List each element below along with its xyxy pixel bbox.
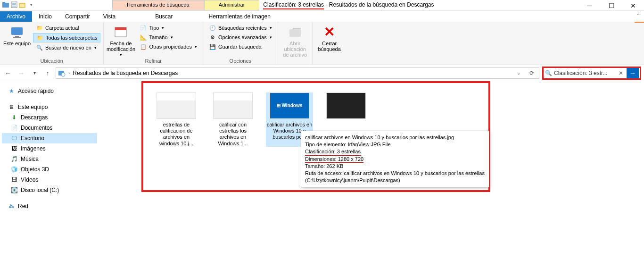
clear-search-icon[interactable]: ✕ — [617, 70, 625, 76]
file-item[interactable]: calificar con estrellas los archivos en … — [209, 92, 256, 147]
calendar-icon — [113, 25, 128, 40]
thumbnail: ⊞ Windows — [270, 92, 309, 119]
tooltip-type: Tipo de elemento: IrfanView JPG File — [305, 141, 485, 148]
history-dropdown[interactable]: ▾ — [29, 68, 40, 78]
ribbon-accent-line — [635, 22, 644, 23]
tooltip-dimensions: Dimensiones: 1280 x 720 — [305, 156, 363, 163]
group-options: 🕘Búsquedas recientes▾ ⚙Opciones avanzada… — [203, 22, 278, 65]
nav-downloads[interactable]: ⬇Descargas — [2, 112, 97, 123]
date-modified-button[interactable]: Fecha de modificación▾ — [107, 23, 135, 58]
back-button[interactable]: ← — [3, 68, 13, 78]
file-tab[interactable]: Archivo — [0, 11, 32, 22]
thumbnail — [213, 92, 253, 119]
all-subfolders-button[interactable]: 📁Todas las subcarpetas — [33, 33, 100, 42]
minimize-button[interactable]: ─ — [579, 0, 601, 11]
search-tab[interactable]: Buscar — [149, 11, 179, 22]
view-tab[interactable]: Vista — [97, 11, 122, 22]
thumbnail — [157, 92, 196, 119]
file-name: calificar con estrellas los archivos en … — [209, 122, 256, 147]
svg-rect-9 — [13, 37, 21, 38]
file-tooltip: calificar archivos en Windows 10 y busca… — [301, 131, 489, 187]
maximize-button[interactable]: ☐ — [601, 0, 622, 11]
tooltip-rating: Clasificación: 3 estrellas — [305, 148, 361, 156]
address-dropdown-icon[interactable]: ⌄ — [513, 70, 524, 75]
nav-documents[interactable]: 📄Documentos — [2, 123, 97, 133]
contextual-tabs: Herramientas de búsqueda Administrar — [112, 0, 259, 10]
group-location: Este equipo 📁Carpeta actual 📁Todas las s… — [0, 22, 104, 65]
nav-3d-objects[interactable]: 🧊Objetos 3D — [2, 164, 97, 175]
recent-icon: 🕘 — [209, 24, 216, 32]
address-bar: ← → ▾ ↑ › Resultados de la búsqueda en D… — [0, 65, 644, 81]
monitor-icon — [9, 25, 25, 40]
search-result-icon — [58, 69, 66, 77]
recent-searches-button[interactable]: 🕘Búsquedas recientes▾ — [206, 24, 275, 32]
refresh-icon[interactable]: ⟳ — [527, 70, 537, 76]
star-icon: ★ — [8, 87, 15, 95]
nav-music[interactable]: 🎵Música — [2, 154, 97, 164]
properties-icon[interactable] — [10, 1, 18, 8]
svg-rect-7 — [11, 27, 23, 35]
group-close-search: ✕ Cerrar búsqueda — [313, 22, 347, 65]
up-button[interactable]: ↑ — [42, 68, 53, 78]
this-pc-button[interactable]: Este equipo — [3, 23, 31, 46]
save-search-button[interactable]: 💾Guardar búsqueda — [206, 42, 275, 51]
ribbon-tabs: Archivo Inicio Compartir Vista Buscar He… — [0, 11, 644, 22]
file-pane[interactable]: estrellas de calificacion de archivos en… — [99, 81, 644, 268]
qat-dropdown-icon[interactable]: ▾ — [27, 1, 35, 8]
share-tab[interactable]: Compartir — [58, 11, 97, 22]
collapse-ribbon-icon[interactable]: ˆ — [633, 13, 644, 20]
group-open-location: Abrir ubicación de archivo — [278, 22, 313, 65]
titlebar: ▾ Herramientas de búsqueda Administrar C… — [0, 0, 644, 11]
search-icon: 🔍 — [545, 69, 552, 77]
window-title: Clasificación: 3 estrellas - Resultados … — [263, 0, 434, 8]
folder-tree-icon: 📁 — [36, 34, 44, 42]
cube-icon: 🧊 — [10, 166, 18, 173]
close-button[interactable]: ✕ — [622, 0, 644, 11]
properties-icon: 📋 — [140, 43, 147, 50]
svg-rect-6 — [19, 3, 25, 8]
search-tools-tab-header: Herramientas de búsqueda — [112, 0, 204, 10]
ribbon: Este equipo 📁Carpeta actual 📁Todas las s… — [0, 22, 644, 65]
nav-local-disk[interactable]: 💽Disco local (C:) — [2, 185, 97, 195]
home-tab[interactable]: Inicio — [32, 11, 58, 22]
nav-this-pc[interactable]: 🖥Este equipo — [2, 102, 97, 112]
address-text: Resultados de la búsqueda en Descargas — [73, 70, 511, 76]
search-box[interactable]: 🔍 Clasificación: 3 estr... ✕ → — [542, 67, 641, 80]
desktop-icon: 🖵 — [10, 134, 18, 142]
forward-button: → — [16, 68, 26, 78]
tooltip-path: Ruta de acceso: calificar archivos en Wi… — [305, 170, 485, 184]
advanced-options-button[interactable]: ⚙Opciones avanzadas▾ — [206, 33, 275, 42]
nav-videos[interactable]: 🎞Vídeos — [2, 175, 97, 185]
gear-icon: ⚙ — [209, 34, 216, 41]
type-button[interactable]: 📄Tipo▾ — [137, 24, 200, 32]
tooltip-filename: calificar archivos en Windows 10 y busca… — [305, 134, 485, 141]
address-box[interactable]: › Resultados de la búsqueda en Descargas… — [56, 67, 539, 79]
svg-rect-8 — [15, 36, 19, 37]
disk-icon: 💽 — [10, 186, 18, 194]
type-icon: 📄 — [140, 24, 147, 32]
search-again-in-button[interactable]: 🔍Buscar de nuevo en▾ — [33, 43, 100, 52]
size-button[interactable]: 📐Tamaño▾ — [137, 33, 200, 42]
group-options-label: Opciones — [206, 58, 275, 65]
file-item[interactable]: estrellas de calificacion de archivos en… — [153, 92, 200, 147]
save-icon: 💾 — [209, 43, 216, 50]
nav-network[interactable]: 🖧Red — [2, 201, 97, 211]
search-go-button[interactable]: → — [627, 68, 639, 78]
folder-open-icon — [288, 25, 303, 40]
current-folder-button[interactable]: 📁Carpeta actual — [33, 24, 100, 32]
image-tools-tab[interactable]: Herramientas de imagen — [202, 11, 277, 22]
music-icon: 🎵 — [10, 155, 18, 163]
nav-desktop[interactable]: 🖵Escritorio — [2, 133, 97, 143]
nav-images[interactable]: 🖼Imágenes — [2, 143, 97, 154]
close-search-button[interactable]: ✕ Cerrar búsqueda — [315, 23, 344, 52]
quick-access-toolbar: ▾ — [0, 0, 37, 9]
group-refine-label: Refinar — [107, 58, 200, 65]
open-file-location-button: Abrir ubicación de archivo — [281, 23, 309, 58]
search-icon: 🔍 — [36, 44, 43, 51]
new-folder-icon[interactable] — [19, 1, 26, 8]
close-search-label: Cerrar búsqueda — [315, 41, 344, 52]
other-properties-button[interactable]: 📋Otras propiedades▾ — [137, 42, 200, 51]
close-x-icon: ✕ — [322, 25, 337, 40]
nav-quick-access[interactable]: ★Acceso rápido — [2, 86, 97, 96]
thumbnail — [326, 92, 366, 119]
